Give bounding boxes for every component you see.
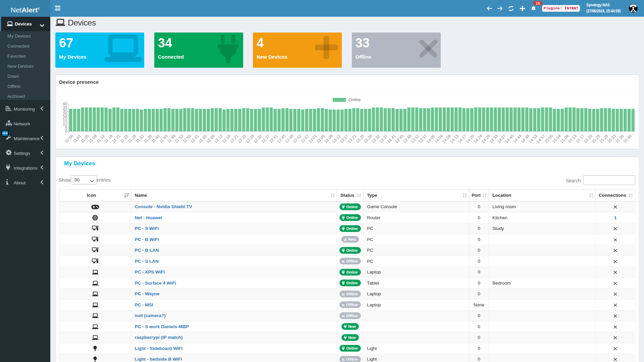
svg-text:12:57: 12:57 [300,133,310,144]
svg-text:13:57: 13:57 [418,133,428,144]
svg-text:14:57: 14:57 [536,133,546,144]
svg-text:14:17: 14:17 [457,133,468,144]
svg-text:40: 40 [63,102,67,106]
svg-text:15:25: 15:25 [591,133,601,144]
svg-text:14:29: 14:29 [481,133,491,144]
svg-text:11:08: 11:08 [88,133,98,144]
svg-text:13:05: 13:05 [315,133,326,144]
svg-text:11:01: 11:01 [72,133,82,144]
svg-text:11:16: 11:16 [103,133,114,144]
svg-text:14:20: 14:20 [465,133,475,144]
svg-text:14:00: 14:00 [426,133,436,144]
svg-text:15:29: 15:29 [599,133,609,144]
svg-text:13:37: 13:37 [378,133,389,144]
svg-text:12:01: 12:01 [190,133,200,144]
svg-text:15:40: 15:40 [622,133,633,144]
svg-text:11:36: 11:36 [143,133,153,144]
svg-text:12:37: 12:37 [260,133,271,144]
svg-text:14:40: 14:40 [504,133,515,144]
svg-text:13:41: 13:41 [386,133,396,144]
svg-text:14:44: 14:44 [512,133,523,144]
svg-text:12:05: 12:05 [198,133,208,144]
svg-text:14:24: 14:24 [473,133,483,144]
svg-text:11:21: 11:21 [111,133,121,144]
svg-text:15:13: 15:13 [567,133,578,144]
svg-text:14:37: 14:37 [496,133,507,144]
svg-text:14:13: 14:13 [449,133,460,144]
svg-text:12:16: 12:16 [221,133,231,144]
svg-text:12:12: 12:12 [213,133,224,144]
svg-text:15:08: 15:08 [559,133,570,144]
svg-text:11:25: 11:25 [119,133,129,144]
svg-text:13:01: 13:01 [308,133,318,144]
svg-text:11:45: 11:45 [158,133,169,144]
svg-text:14:04: 14:04 [433,133,444,144]
svg-text:11:29: 11:29 [127,133,137,144]
svg-text:15:33: 15:33 [606,133,617,144]
svg-text:11:12: 11:12 [96,133,106,144]
svg-text:14:53: 14:53 [528,133,538,144]
svg-text:10:56: 10:56 [64,133,74,144]
svg-text:15:00: 15:00 [543,133,554,144]
svg-text:11:05: 11:05 [80,133,90,144]
svg-text:14:08: 14:08 [441,133,452,144]
svg-text:13:52: 13:52 [410,133,420,144]
svg-text:14:48: 14:48 [520,133,530,144]
svg-text:11:53: 11:53 [174,133,184,144]
svg-text:12:32: 12:32 [253,133,263,144]
svg-text:12:52: 12:52 [292,133,302,144]
svg-text:13:12: 13:12 [331,133,341,144]
svg-text:15:20: 15:20 [583,133,593,144]
svg-text:13:48: 13:48 [402,133,412,144]
svg-text:12:28: 12:28 [245,133,255,144]
svg-text:13:28: 13:28 [363,133,373,144]
svg-text:14:33: 14:33 [488,133,499,144]
svg-text:12:25: 12:25 [237,133,247,144]
svg-text:11:49: 11:49 [166,133,177,144]
svg-text:15:17: 15:17 [575,133,585,144]
svg-text:13:25: 13:25 [355,133,365,144]
svg-text:15:36: 15:36 [614,133,625,144]
svg-text:12:21: 12:21 [229,133,239,144]
svg-text:12:48: 12:48 [284,133,294,144]
svg-text:15:04: 15:04 [551,133,562,144]
svg-text:13:21: 13:21 [347,133,357,144]
svg-text:11:40: 11:40 [151,133,161,144]
svg-text:12:45: 12:45 [276,133,286,144]
svg-text:13:32: 13:32 [371,133,381,144]
svg-text:13:17: 13:17 [339,133,350,144]
svg-text:12:41: 12:41 [268,133,279,144]
svg-text:11:32: 11:32 [135,133,145,144]
svg-text:13:08: 13:08 [323,133,334,144]
svg-text:13:45: 13:45 [394,133,405,144]
svg-text:12:09: 12:09 [205,133,216,144]
